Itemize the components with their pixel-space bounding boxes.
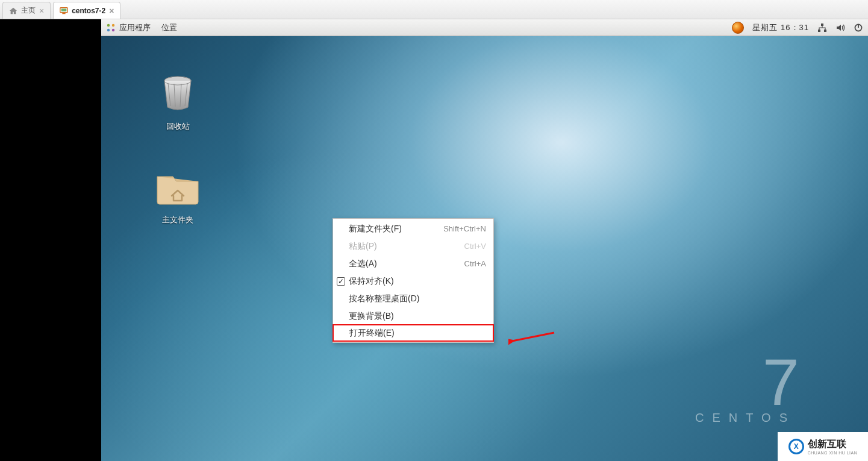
desktop-icon-trash[interactable]: 回收站 <box>151 72 205 132</box>
close-icon[interactable]: × <box>39 6 44 16</box>
folder-home-icon <box>154 166 202 209</box>
power-icon[interactable] <box>854 23 863 33</box>
watermark-sub: CHUANG XIN HU LIAN <box>808 451 858 455</box>
panel-clock[interactable]: 星期五 16：31 <box>752 22 809 33</box>
menu-item-new-folder[interactable]: 新建文件夹(F) Shift+Ctrl+N <box>333 220 493 237</box>
svg-point-5 <box>107 28 110 31</box>
tab-vm[interactable]: centos7-2 × <box>53 2 120 19</box>
menu-item-change-background[interactable]: 更换背景(B) <box>333 307 493 325</box>
vm-viewport: 应用程序 位置 星期五 16：31 <box>0 19 868 461</box>
menu-item-open-terminal[interactable]: 打开终端(E) <box>333 324 494 342</box>
menu-applications-label: 应用程序 <box>119 22 151 33</box>
tab-home-label: 主页 <box>21 5 36 16</box>
watermark: X 创新互联 CHUANG XIN HU LIAN <box>778 432 868 461</box>
desktop-icon-trash-label: 回收站 <box>151 121 205 132</box>
annotation-arrow-icon <box>508 329 557 346</box>
vmware-tab-bar: 主页 × centos7-2 × <box>0 0 868 19</box>
network-icon[interactable] <box>817 23 827 33</box>
centos-brand: 7 CENTOS <box>695 356 796 425</box>
firefox-icon[interactable] <box>732 22 744 34</box>
svg-rect-9 <box>824 30 826 32</box>
svg-rect-1 <box>61 8 67 11</box>
vm-black-border <box>0 19 101 461</box>
menu-item-select-all[interactable]: 全选(A) Ctrl+A <box>333 255 493 272</box>
centos-version: 7 <box>695 356 796 409</box>
tab-home[interactable]: 主页 × <box>2 2 51 19</box>
home-icon <box>9 7 17 15</box>
close-icon[interactable]: × <box>109 6 114 16</box>
guest-screen[interactable]: 应用程序 位置 星期五 16：31 <box>101 19 868 461</box>
desktop-icon-home[interactable]: 主文件夹 <box>151 166 205 225</box>
watermark-main: 创新互联 <box>808 438 858 451</box>
trash-icon <box>156 72 199 116</box>
svg-rect-2 <box>63 13 66 14</box>
desktop-context-menu: 新建文件夹(F) Shift+Ctrl+N 粘贴(P) Ctrl+V 全选(A)… <box>333 218 494 343</box>
vm-monitor-icon <box>60 7 68 15</box>
watermark-logo-icon: X <box>788 439 804 454</box>
svg-line-14 <box>512 333 554 341</box>
svg-rect-8 <box>818 30 820 32</box>
volume-icon[interactable] <box>835 23 845 33</box>
applications-icon <box>106 23 116 33</box>
gnome-top-panel: 应用程序 位置 星期五 16：31 <box>101 19 868 36</box>
desktop-icon-home-label: 主文件夹 <box>151 215 205 225</box>
svg-point-3 <box>107 24 110 26</box>
menu-item-sort-by-name[interactable]: 按名称整理桌面(D) <box>333 290 493 307</box>
menu-places-label: 位置 <box>161 22 177 33</box>
svg-point-6 <box>112 28 114 31</box>
menu-places[interactable]: 位置 <box>161 22 177 33</box>
svg-point-4 <box>112 24 114 26</box>
checkbox-checked-icon <box>337 277 345 286</box>
menu-item-keep-aligned[interactable]: 保持对齐(K) <box>333 272 493 290</box>
menu-item-paste: 粘贴(P) Ctrl+V <box>333 237 493 255</box>
centos-name: CENTOS <box>695 411 796 425</box>
svg-rect-7 <box>821 24 823 26</box>
tab-vm-label: centos7-2 <box>72 7 105 15</box>
desktop-background[interactable]: 回收站 主文件夹 7 CENTOS 新建文件夹(F) Shift+Ctrl <box>101 36 868 461</box>
menu-applications[interactable]: 应用程序 <box>106 22 151 33</box>
